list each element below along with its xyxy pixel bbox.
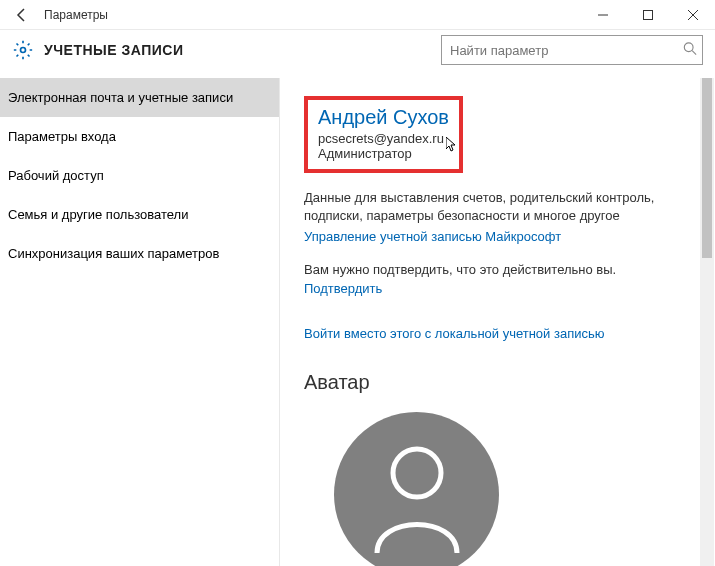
header: УЧЕТНЫЕ ЗАПИСИ bbox=[0, 30, 715, 78]
avatar-section-title: Аватар bbox=[304, 371, 693, 394]
avatar bbox=[334, 412, 499, 566]
body-area: Электронная почта и учетные записи Парам… bbox=[0, 78, 715, 566]
maximize-button[interactable] bbox=[625, 0, 670, 30]
close-button[interactable] bbox=[670, 0, 715, 30]
back-button[interactable] bbox=[8, 1, 36, 29]
window-title: Параметры bbox=[44, 8, 108, 22]
confirm-text: Вам нужно подтвердить, что это действите… bbox=[304, 262, 693, 277]
sidebar-item-sync-settings[interactable]: Синхронизация ваших параметров bbox=[0, 234, 279, 273]
sidebar-item-signin-options[interactable]: Параметры входа bbox=[0, 117, 279, 156]
scrollbar[interactable] bbox=[700, 78, 714, 566]
svg-point-5 bbox=[684, 43, 693, 52]
search-icon[interactable] bbox=[683, 42, 697, 59]
billing-description: Данные для выставления счетов, родительс… bbox=[304, 189, 674, 225]
sidebar-item-work-access[interactable]: Рабочий доступ bbox=[0, 156, 279, 195]
user-name: Андрей Сухов bbox=[318, 106, 449, 129]
minimize-button[interactable] bbox=[580, 0, 625, 30]
svg-point-7 bbox=[393, 449, 441, 497]
svg-point-4 bbox=[21, 48, 26, 53]
sidebar-item-family-users[interactable]: Семья и другие пользователи bbox=[0, 195, 279, 234]
svg-rect-1 bbox=[643, 10, 652, 19]
svg-line-6 bbox=[692, 51, 696, 55]
local-account-link[interactable]: Войти вместо этого с локальной учетной з… bbox=[304, 326, 605, 341]
sidebar-item-email-accounts[interactable]: Электронная почта и учетные записи bbox=[0, 78, 279, 117]
manage-account-link[interactable]: Управление учетной записью Майкрософт bbox=[304, 229, 561, 244]
content: Андрей Сухов pcsecrets@yandex.ru Админис… bbox=[280, 78, 715, 566]
user-role: Администратор bbox=[318, 146, 449, 161]
titlebar: Параметры bbox=[0, 0, 715, 30]
search-input[interactable] bbox=[441, 35, 703, 65]
confirm-link[interactable]: Подтвердить bbox=[304, 281, 382, 296]
cursor-icon bbox=[446, 137, 458, 156]
page-title: УЧЕТНЫЕ ЗАПИСИ bbox=[44, 42, 183, 58]
user-info-box: Андрей Сухов pcsecrets@yandex.ru Админис… bbox=[304, 96, 463, 173]
user-email: pcsecrets@yandex.ru bbox=[318, 131, 449, 146]
gear-icon bbox=[12, 39, 34, 61]
search-wrap bbox=[441, 35, 703, 65]
scrollbar-thumb[interactable] bbox=[702, 78, 712, 258]
sidebar: Электронная почта и учетные записи Парам… bbox=[0, 78, 280, 566]
window-controls bbox=[580, 0, 715, 30]
